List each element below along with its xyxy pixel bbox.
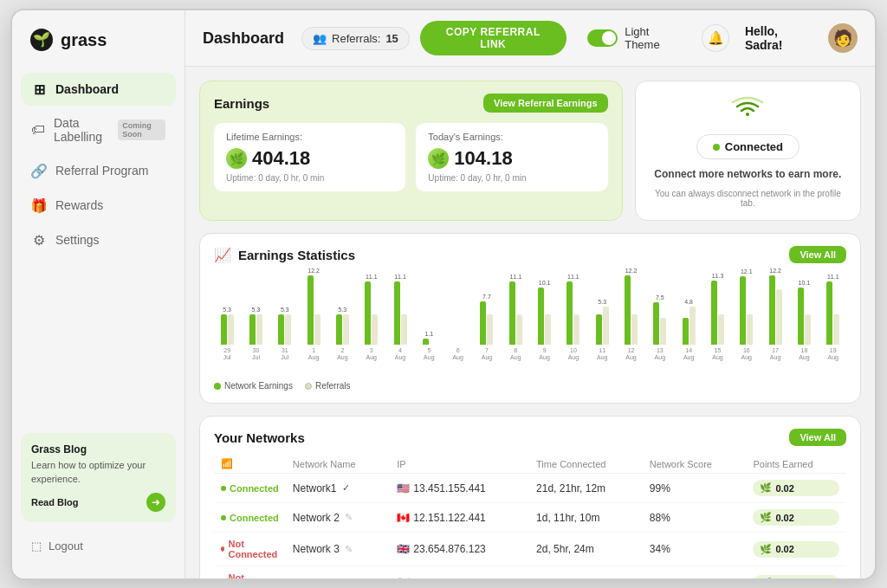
top-row: Earnings View Referral Earnings Lifetime… xyxy=(199,81,861,221)
bar-green xyxy=(711,281,717,345)
sidebar-item-data-labelling[interactable]: 🏷 Data Labelling Coming Soon xyxy=(21,107,176,152)
blog-read-row: Read Blog ➜ xyxy=(31,493,165,512)
bar-pair xyxy=(618,275,644,345)
sidebar-item-referral[interactable]: 🔗 Referral Program xyxy=(21,154,176,187)
stats-view-all-button[interactable]: View All xyxy=(789,246,846,263)
bar-group: 4.814Aug xyxy=(676,299,702,360)
bar-group: 5.331Jul xyxy=(272,307,298,360)
bar-green xyxy=(567,281,573,345)
blog-arrow-btn[interactable]: ➜ xyxy=(146,493,165,512)
notification-bell[interactable]: 🔔 xyxy=(702,24,729,52)
logout-button[interactable]: ⬚ Logout xyxy=(12,531,185,561)
bar-cream xyxy=(372,314,378,345)
bar-group: 5.330Jul xyxy=(243,307,269,360)
bar-pair xyxy=(474,301,500,345)
bar-pair xyxy=(734,276,760,345)
networks-header: Your Networks View All xyxy=(214,429,846,446)
stats-card: 📈 Earnings Statistics View All 5.329Jul5… xyxy=(199,233,861,404)
avatar[interactable]: 🧑 xyxy=(828,23,858,53)
referral-icon: 👥 xyxy=(313,32,327,45)
networks-view-all-button[interactable]: View All xyxy=(789,429,846,446)
points-coin-icon: 🌿 xyxy=(760,482,772,494)
bar-cream xyxy=(487,314,493,345)
network-points: 🌿 0.02 xyxy=(746,503,846,533)
table-row: Not ConnectedNetwork 3 ✎🇬🇧23.654.876.123… xyxy=(214,533,846,566)
bar-value-label: 5.3 xyxy=(339,307,347,313)
bar-green xyxy=(683,318,689,345)
bar-month: Aug xyxy=(482,354,492,360)
bar-value-label: 10.1 xyxy=(539,280,551,286)
table-row: ConnectedNetwork1 ✓🇺🇸13.451.155.44121d, … xyxy=(214,474,846,503)
rewards-icon: 🎁 xyxy=(31,197,47,213)
chart-icon: 📈 xyxy=(214,247,231,263)
bar-value-label: 7.7 xyxy=(482,294,491,300)
referrals-badge: 👥 Referrals: 15 xyxy=(301,27,410,50)
points-coin-icon: 🌿 xyxy=(760,544,772,555)
bar-cream xyxy=(747,314,753,345)
bar-value-label: 11.1 xyxy=(394,274,406,280)
network-name: Network 2 ✎ xyxy=(286,503,390,533)
network-status: Not Connected xyxy=(214,566,286,579)
coin-icon-today: 🌿 xyxy=(428,148,449,169)
sidebar-data-label-row: Data Labelling Coming Soon xyxy=(54,116,165,144)
bar-date: 14 xyxy=(685,347,692,353)
theme-toggle[interactable]: Light Theme xyxy=(587,25,687,51)
bar-month: Aug xyxy=(424,354,434,360)
bar-month: Aug xyxy=(337,354,347,360)
bar-month: Aug xyxy=(366,354,376,360)
col-ip: IP xyxy=(390,455,529,474)
dashboard-icon: ⊞ xyxy=(31,81,47,97)
network-name: Network 4 ✎ xyxy=(286,566,390,579)
bar-group: 5.311Aug xyxy=(589,299,615,360)
legend-referral: Referrals xyxy=(305,381,351,391)
chart-area: 5.329Jul5.330Jul5.331Jul12.21Aug5.32Aug1… xyxy=(214,274,846,378)
bar-green xyxy=(625,275,631,345)
bar-green xyxy=(769,275,775,345)
bar-group: 5.32Aug xyxy=(329,307,355,360)
sidebar-item-dashboard[interactable]: ⊞ Dashboard xyxy=(21,73,176,106)
bar-month: Aug xyxy=(539,354,549,360)
network-time: 2d, 5hr, 24m xyxy=(529,533,643,566)
theme-toggle-switch[interactable] xyxy=(587,29,618,47)
bar-month: Aug xyxy=(510,354,521,360)
network-time: 1d, 11hr, 10m xyxy=(529,503,643,533)
col-points: Points Earned xyxy=(746,455,846,474)
coin-icon: 🌿 xyxy=(226,148,247,169)
toggle-knob xyxy=(602,31,616,45)
coming-soon-badge: Coming Soon xyxy=(118,120,165,140)
connected-status-btn[interactable]: Connected xyxy=(696,134,800,159)
sidebar-logo: 🌱 grass xyxy=(12,28,185,73)
copy-referral-button[interactable]: COPY REFERRAL LINK xyxy=(420,21,567,55)
bar-green xyxy=(480,301,486,345)
stats-title-row: 📈 Earnings Statistics xyxy=(214,247,355,263)
bar-value-label: 11.1 xyxy=(366,274,378,280)
bar-date: 8 xyxy=(514,347,517,353)
network-points: 🌿 0.02 xyxy=(746,533,846,566)
data-label-icon: 🏷 xyxy=(31,122,45,138)
bar-group: 11.119Aug xyxy=(820,274,846,360)
bar-pair xyxy=(791,288,817,345)
bar-green xyxy=(308,275,314,345)
bar-date: 30 xyxy=(253,347,260,353)
page-title: Dashboard xyxy=(203,29,284,48)
sidebar-item-rewards[interactable]: 🎁 Rewards xyxy=(21,189,176,222)
bar-group: 11.14Aug xyxy=(387,274,413,360)
bar-green xyxy=(394,281,400,345)
connected-dot xyxy=(713,144,720,151)
earnings-card: Earnings View Referral Earnings Lifetime… xyxy=(199,81,623,221)
bar-pair xyxy=(272,314,298,345)
view-referral-earnings-button[interactable]: View Referral Earnings xyxy=(483,94,608,113)
bar-pair xyxy=(214,314,240,345)
bar-date: 11 xyxy=(599,347,605,353)
blog-desc: Learn how to optimize your experience. xyxy=(31,459,165,486)
legend-network-label: Network Earnings xyxy=(224,381,293,391)
bar-group: 11.13Aug xyxy=(359,274,385,360)
bar-cream xyxy=(631,314,638,345)
bar-date: 15 xyxy=(715,347,722,353)
blog-read-link[interactable]: Read Blog xyxy=(31,497,78,507)
table-row: Not ConnectedNetwork 4 ✎🇫🇷33.542.122.123… xyxy=(214,566,846,579)
bar-pair xyxy=(560,281,586,345)
bar-month: Jul xyxy=(223,354,231,360)
legend-network: Network Earnings xyxy=(214,381,293,391)
sidebar-item-settings[interactable]: ⚙ Settings xyxy=(21,223,176,256)
